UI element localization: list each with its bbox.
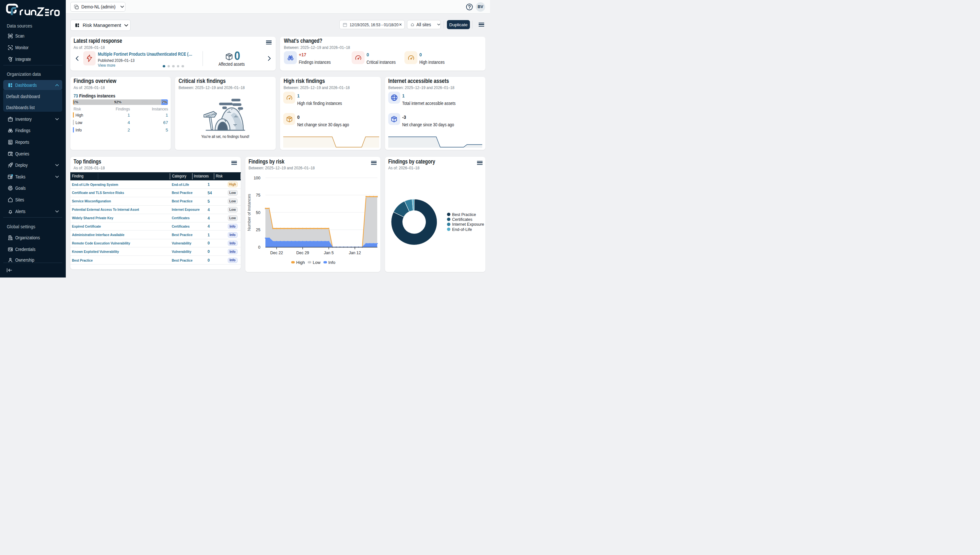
- svg-text:Low: Low: [313, 260, 320, 265]
- svg-text:Jan 12: Jan 12: [349, 250, 361, 255]
- svg-text:100: 100: [253, 176, 260, 180]
- svg-text:Number of instances: Number of instances: [247, 194, 251, 231]
- svg-text:50: 50: [256, 210, 260, 215]
- svg-text:Certificates: Certificates: [452, 217, 473, 222]
- svg-text:End-of-Life: End-of-Life: [452, 227, 472, 232]
- svg-text:Internet Exposure: Internet Exposure: [452, 222, 484, 227]
- svg-text:0: 0: [258, 245, 260, 250]
- svg-text:High: High: [296, 260, 305, 265]
- svg-text:25: 25: [256, 228, 260, 232]
- svg-text:Jan 5: Jan 5: [324, 250, 334, 255]
- svg-text:75: 75: [256, 193, 260, 197]
- svg-text:Dec 22: Dec 22: [270, 250, 283, 255]
- svg-text:Best Practice: Best Practice: [452, 212, 476, 217]
- svg-text:Dec 29: Dec 29: [296, 250, 309, 255]
- svg-text:Info: Info: [328, 260, 335, 265]
